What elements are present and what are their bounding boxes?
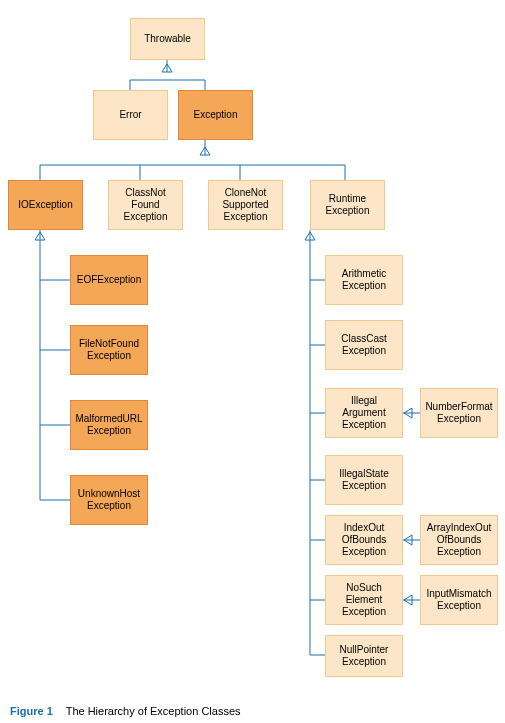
label: FileNotFoundException [79, 338, 139, 362]
node-filenotfound: FileNotFoundException [70, 325, 148, 375]
label: Throwable [144, 33, 191, 45]
node-unknownhost: UnknownHostException [70, 475, 148, 525]
node-numberformat: NumberFormatException [420, 388, 498, 438]
label: Error [119, 109, 141, 121]
node-arrayindexoutofbounds: ArrayIndexOutOfBoundsException [420, 515, 498, 565]
label: ArithmeticException [342, 268, 386, 292]
node-ioexception: IOException [8, 180, 83, 230]
label: IllegalArgumentException [342, 395, 386, 431]
label: IOException [18, 199, 72, 211]
node-arithmetic: ArithmeticException [325, 255, 403, 305]
node-malformedurl: MalformedURLException [70, 400, 148, 450]
node-eof: EOFException [70, 255, 148, 305]
node-error: Error [93, 90, 168, 140]
node-nosuchelement: NoSuchElementException [325, 575, 403, 625]
label: ClassCastException [341, 333, 387, 357]
label: EOFException [77, 274, 141, 286]
label: CloneNotSupportedException [222, 187, 268, 223]
figure-number: Figure 1 [10, 705, 53, 717]
label: NumberFormatException [425, 401, 492, 425]
label: MalformedURLException [75, 413, 142, 437]
node-exception: Exception [178, 90, 253, 140]
node-classcast: ClassCastException [325, 320, 403, 370]
label: ArrayIndexOutOfBoundsException [427, 522, 491, 558]
figure-text: The Hierarchy of Exception Classes [66, 705, 241, 717]
label: Exception [194, 109, 238, 121]
label: IllegalStateException [339, 468, 388, 492]
node-throwable: Throwable [130, 18, 205, 60]
figure-caption: Figure 1 The Hierarchy of Exception Clas… [10, 705, 241, 717]
label: NullPointerException [340, 644, 389, 668]
node-nullpointer: NullPointerException [325, 635, 403, 677]
label: IndexOutOfBoundsException [342, 522, 386, 558]
label: UnknownHostException [78, 488, 140, 512]
node-illegalstate: IllegalStateException [325, 455, 403, 505]
node-inputmismatch: InputMismatchException [420, 575, 498, 625]
label: NoSuchElementException [342, 582, 386, 618]
label: RuntimeException [326, 193, 370, 217]
label: ClassNotFoundException [124, 187, 168, 223]
node-indexoutofbounds: IndexOutOfBoundsException [325, 515, 403, 565]
node-classnotfound: ClassNotFoundException [108, 180, 183, 230]
node-illegalargument: IllegalArgumentException [325, 388, 403, 438]
node-clonenotsupported: CloneNotSupportedException [208, 180, 283, 230]
label: InputMismatchException [426, 588, 491, 612]
node-runtime: RuntimeException [310, 180, 385, 230]
